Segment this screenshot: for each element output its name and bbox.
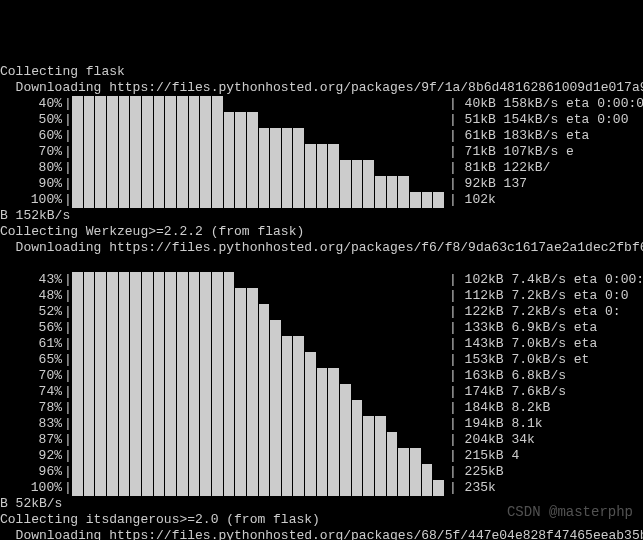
progress-sep: | — [64, 272, 72, 288]
progress-sep: | — [64, 288, 72, 304]
progress-bar — [72, 336, 445, 352]
progress-bar — [72, 352, 445, 368]
progress-bar — [72, 480, 445, 496]
progress-line: 78%| | 184kB 8.2kB — [0, 400, 643, 416]
progress-line: 48%| | 112kB 7.2kB/s eta 0:0 — [0, 288, 643, 304]
progress-percent: 78% — [0, 400, 64, 416]
progress-stat: | 153kB 7.0kB/s et — [445, 352, 643, 368]
progress-percent: 96% — [0, 464, 64, 480]
progress-stat: | 61kB 183kB/s eta — [445, 128, 643, 144]
progress-line: 70%| | 71kB 107kB/s e — [0, 144, 643, 160]
progress-percent: 48% — [0, 288, 64, 304]
progress-bar — [72, 432, 445, 448]
progress-sep: | — [64, 96, 72, 112]
downloading-line: Downloading https://files.pythonhosted.o… — [0, 80, 643, 96]
progress-sep: | — [64, 432, 72, 448]
progress-sep: | — [64, 192, 72, 208]
progress-bar — [72, 128, 445, 144]
progress-line: 70%| | 163kB 6.8kB/s — [0, 368, 643, 384]
progress-line: 100%| | 102k — [0, 192, 643, 208]
progress-percent: 100% — [0, 480, 64, 496]
progress-stat: | 71kB 107kB/s e — [445, 144, 643, 160]
progress-stat: | 174kB 7.6kB/s — [445, 384, 643, 400]
progress-line: 90%| | 92kB 137 — [0, 176, 643, 192]
progress-stat: | 235k — [445, 480, 643, 496]
progress-percent: 52% — [0, 304, 64, 320]
progress-sep: | — [64, 448, 72, 464]
progress-sep: | — [64, 144, 72, 160]
progress-bar — [72, 144, 445, 160]
downloading-line: Downloading https://files.pythonhosted.o… — [0, 528, 643, 540]
progress-stat: | 143kB 7.0kB/s eta — [445, 336, 643, 352]
progress-sep: | — [64, 480, 72, 496]
collecting-line: Collecting itsdangerous>=2.0 (from flask… — [0, 512, 643, 528]
progress-bar — [72, 368, 445, 384]
progress-bar — [72, 384, 445, 400]
collecting-line: Collecting Werkzeug>=2.2.2 (from flask) — [0, 224, 643, 240]
progress-line: 83%| | 194kB 8.1k — [0, 416, 643, 432]
progress-stat: | 102kB 7.4kB/s eta 0:00: — [445, 272, 643, 288]
progress-bar — [72, 448, 445, 464]
progress-line: 100%| | 235k — [0, 480, 643, 496]
progress-bar — [72, 160, 445, 176]
progress-sep: | — [64, 304, 72, 320]
progress-bar — [72, 112, 445, 128]
progress-sep: | — [64, 160, 72, 176]
tail-line: B 52kB/s — [0, 496, 643, 512]
progress-line: 96%| | 225kB — [0, 464, 643, 480]
progress-stat: | 51kB 154kB/s eta 0:00 — [445, 112, 643, 128]
progress-percent: 90% — [0, 176, 64, 192]
progress-bar — [72, 304, 445, 320]
progress-percent: 74% — [0, 384, 64, 400]
progress-percent: 61% — [0, 336, 64, 352]
progress-percent: 83% — [0, 416, 64, 432]
progress-sep: | — [64, 384, 72, 400]
progress-sep: | — [64, 368, 72, 384]
terminal-output: Collecting flask Downloading https://fil… — [0, 64, 643, 540]
progress-bar — [72, 96, 445, 112]
progress-line: 80%| | 81kB 122kB/ — [0, 160, 643, 176]
progress-line: 56%| | 133kB 6.9kB/s eta — [0, 320, 643, 336]
progress-percent: 65% — [0, 352, 64, 368]
progress-percent: 43% — [0, 272, 64, 288]
progress-bar — [72, 192, 445, 208]
progress-stat: | 102k — [445, 192, 643, 208]
progress-stat: | 225kB — [445, 464, 643, 480]
progress-stat: | 204kB 34k — [445, 432, 643, 448]
downloading-line: Downloading https://files.pythonhosted.o… — [0, 240, 643, 256]
progress-bar — [72, 400, 445, 416]
progress-line: 43%|| 102kB 7.4kB/s eta 0:00: — [0, 272, 643, 288]
progress-sep: | — [64, 416, 72, 432]
progress-bar — [72, 464, 445, 480]
progress-bar — [72, 416, 445, 432]
progress-line: 65%| | 153kB 7.0kB/s et — [0, 352, 643, 368]
progress-sep: | — [64, 128, 72, 144]
progress-percent: 87% — [0, 432, 64, 448]
tail-line: B 152kB/s — [0, 208, 643, 224]
progress-percent: 50% — [0, 112, 64, 128]
progress-percent: 100% — [0, 192, 64, 208]
progress-stat: | 122kB 7.2kB/s eta 0: — [445, 304, 643, 320]
progress-sep: | — [64, 352, 72, 368]
progress-percent: 92% — [0, 448, 64, 464]
progress-sep: | — [64, 112, 72, 128]
progress-line: 50%| | 51kB 154kB/s eta 0:00 — [0, 112, 643, 128]
progress-percent: 70% — [0, 368, 64, 384]
progress-line: 87%| | 204kB 34k — [0, 432, 643, 448]
progress-stat: | 215kB 4 — [445, 448, 643, 464]
progress-bar — [72, 288, 445, 304]
progress-stat: | 112kB 7.2kB/s eta 0:0 — [445, 288, 643, 304]
progress-stat: | 81kB 122kB/ — [445, 160, 643, 176]
progress-stat: | 133kB 6.9kB/s eta — [445, 320, 643, 336]
collecting-line: Collecting flask — [0, 64, 643, 80]
progress-stat: | 184kB 8.2kB — [445, 400, 643, 416]
progress-sep: | — [64, 464, 72, 480]
progress-percent: 70% — [0, 144, 64, 160]
progress-bar — [72, 320, 445, 336]
progress-sep: | — [64, 336, 72, 352]
progress-line: 60%| | 61kB 183kB/s eta — [0, 128, 643, 144]
progress-stat: | 92kB 137 — [445, 176, 643, 192]
progress-line: 74%| | 174kB 7.6kB/s — [0, 384, 643, 400]
progress-sep: | — [64, 176, 72, 192]
progress-line: 61%| | 143kB 7.0kB/s eta — [0, 336, 643, 352]
